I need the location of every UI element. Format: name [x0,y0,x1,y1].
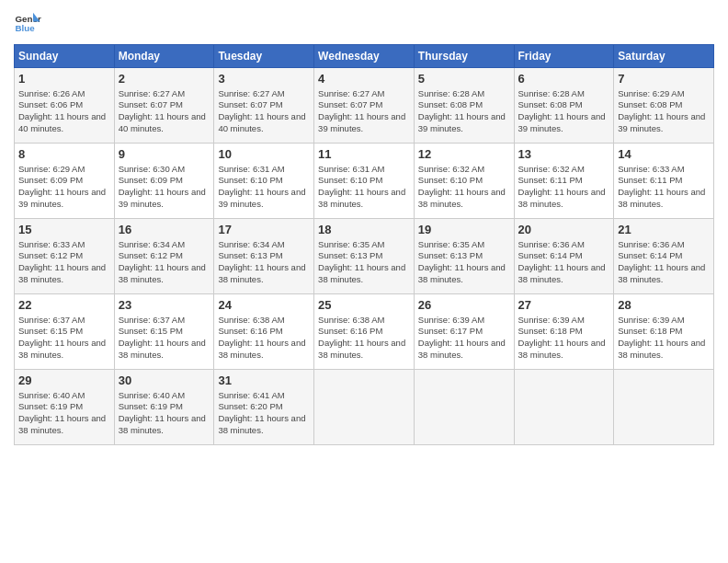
daylight-info: Daylight: 11 hours and 40 minutes. [218,111,305,133]
logo-icon: General Blue [14,9,41,37]
calendar-cell: 25Sunrise: 6:38 AMSunset: 6:16 PMDayligh… [314,294,415,370]
sunrise-info: Sunrise: 6:27 AM [318,88,384,98]
daylight-info: Daylight: 11 hours and 38 minutes. [119,338,206,360]
calendar-cell: 7Sunrise: 6:29 AMSunset: 6:08 PMDaylight… [614,68,714,144]
sunset-info: Sunset: 6:18 PM [618,326,682,336]
daylight-info: Daylight: 11 hours and 39 minutes. [518,111,606,133]
sunrise-info: Sunrise: 6:30 AM [119,164,185,174]
sunrise-info: Sunrise: 6:35 AM [418,239,484,249]
calendar-week-4: 22Sunrise: 6:37 AMSunset: 6:15 PMDayligh… [15,294,714,370]
calendar-week-2: 8Sunrise: 6:29 AMSunset: 6:09 PMDaylight… [15,144,714,219]
sunrise-info: Sunrise: 6:37 AM [119,315,185,325]
calendar-cell: 11Sunrise: 6:31 AMSunset: 6:10 PMDayligh… [314,144,415,219]
calendar-cell: 1Sunrise: 6:26 AMSunset: 6:06 PMDaylight… [15,68,115,144]
calendar-cell: 19Sunrise: 6:35 AMSunset: 6:13 PMDayligh… [414,219,514,294]
sunset-info: Sunset: 6:10 PM [318,175,382,185]
sunrise-info: Sunrise: 6:33 AM [618,164,684,174]
day-number: 27 [518,297,610,314]
sunset-info: Sunset: 6:09 PM [18,175,83,185]
sunrise-info: Sunrise: 6:31 AM [318,164,384,174]
calendar-cell: 14Sunrise: 6:33 AMSunset: 6:11 PMDayligh… [614,144,714,219]
day-number: 28 [618,297,710,314]
sunset-info: Sunset: 6:16 PM [318,326,382,336]
calendar-cell: 23Sunrise: 6:37 AMSunset: 6:15 PMDayligh… [114,294,214,370]
sunrise-info: Sunrise: 6:32 AM [518,164,585,174]
day-number: 30 [119,373,210,389]
sunrise-info: Sunrise: 6:34 AM [119,239,185,249]
sunrise-info: Sunrise: 6:27 AM [119,88,185,98]
daylight-info: Daylight: 11 hours and 39 minutes. [318,111,405,133]
daylight-info: Daylight: 11 hours and 40 minutes. [18,111,106,133]
calendar-cell: 13Sunrise: 6:32 AMSunset: 6:11 PMDayligh… [514,144,614,219]
day-number: 5 [418,71,510,87]
sunrise-info: Sunrise: 6:29 AM [618,88,684,98]
daylight-info: Daylight: 11 hours and 39 minutes. [418,111,506,133]
sunrise-info: Sunrise: 6:26 AM [18,88,85,98]
day-number: 17 [218,222,310,238]
sunrise-info: Sunrise: 6:36 AM [518,239,585,249]
day-number: 13 [518,146,610,163]
day-number: 3 [218,71,310,87]
sunset-info: Sunset: 6:11 PM [518,175,583,185]
calendar-cell: 22Sunrise: 6:37 AMSunset: 6:15 PMDayligh… [15,294,115,370]
sunrise-info: Sunrise: 6:36 AM [618,239,684,249]
calendar-cell: 29Sunrise: 6:40 AMSunset: 6:19 PMDayligh… [15,370,115,445]
daylight-info: Daylight: 11 hours and 38 minutes. [18,262,106,284]
calendar-cell: 8Sunrise: 6:29 AMSunset: 6:09 PMDaylight… [15,144,115,219]
sunrise-info: Sunrise: 6:31 AM [218,164,284,174]
weekday-header-friday: Friday [514,45,614,68]
day-number: 10 [218,146,310,163]
calendar-cell: 28Sunrise: 6:39 AMSunset: 6:18 PMDayligh… [614,294,714,370]
sunset-info: Sunset: 6:15 PM [18,326,83,336]
day-number: 7 [618,71,710,87]
sunset-info: Sunset: 6:10 PM [418,175,483,185]
sunrise-info: Sunrise: 6:39 AM [418,315,484,325]
calendar-cell: 2Sunrise: 6:27 AMSunset: 6:07 PMDaylight… [114,68,214,144]
weekday-header-monday: Monday [114,45,214,68]
calendar-cell: 24Sunrise: 6:38 AMSunset: 6:16 PMDayligh… [214,294,314,370]
sunset-info: Sunset: 6:19 PM [119,401,183,411]
calendar-cell: 31Sunrise: 6:41 AMSunset: 6:20 PMDayligh… [214,370,314,445]
daylight-info: Daylight: 11 hours and 38 minutes. [218,413,305,435]
page-header: General Blue [14,9,714,37]
sunrise-info: Sunrise: 6:40 AM [18,390,85,400]
sunset-info: Sunset: 6:12 PM [18,250,83,260]
sunrise-info: Sunrise: 6:37 AM [18,315,85,325]
weekday-header-saturday: Saturday [614,45,714,68]
sunset-info: Sunset: 6:14 PM [518,250,583,260]
day-number: 31 [218,373,310,389]
calendar-cell: 27Sunrise: 6:39 AMSunset: 6:18 PMDayligh… [514,294,614,370]
sunset-info: Sunset: 6:07 PM [119,99,183,109]
sunset-info: Sunset: 6:13 PM [318,250,382,260]
calendar-cell: 10Sunrise: 6:31 AMSunset: 6:10 PMDayligh… [214,144,314,219]
sunrise-info: Sunrise: 6:40 AM [119,390,185,400]
calendar-table: SundayMondayTuesdayWednesdayThursdayFrid… [14,44,714,445]
daylight-info: Daylight: 11 hours and 38 minutes. [18,338,106,360]
day-number: 15 [18,222,110,238]
sunset-info: Sunset: 6:16 PM [218,326,282,336]
sunset-info: Sunset: 6:13 PM [218,250,282,260]
day-number: 18 [318,222,410,238]
sunrise-info: Sunrise: 6:39 AM [518,315,585,325]
svg-text:Blue: Blue [16,23,36,33]
calendar-cell: 5Sunrise: 6:28 AMSunset: 6:08 PMDaylight… [414,68,514,144]
sunrise-info: Sunrise: 6:34 AM [218,239,284,249]
daylight-info: Daylight: 11 hours and 38 minutes. [318,187,405,209]
calendar-cell: 17Sunrise: 6:34 AMSunset: 6:13 PMDayligh… [214,219,314,294]
sunrise-info: Sunrise: 6:35 AM [318,239,384,249]
daylight-info: Daylight: 11 hours and 39 minutes. [119,187,206,209]
sunrise-info: Sunrise: 6:27 AM [218,88,284,98]
sunset-info: Sunset: 6:20 PM [218,401,282,411]
weekday-header-sunday: Sunday [15,45,115,68]
sunset-info: Sunset: 6:09 PM [119,175,183,185]
calendar-cell: 18Sunrise: 6:35 AMSunset: 6:13 PMDayligh… [314,219,415,294]
weekday-header-wednesday: Wednesday [314,45,415,68]
day-number: 21 [618,222,710,238]
calendar-cell: 12Sunrise: 6:32 AMSunset: 6:10 PMDayligh… [414,144,514,219]
calendar-cell: 20Sunrise: 6:36 AMSunset: 6:14 PMDayligh… [514,219,614,294]
day-number: 26 [418,297,510,314]
sunrise-info: Sunrise: 6:39 AM [618,315,684,325]
day-number: 14 [618,146,710,163]
sunset-info: Sunset: 6:06 PM [18,99,83,109]
calendar-cell: 15Sunrise: 6:33 AMSunset: 6:12 PMDayligh… [15,219,115,294]
